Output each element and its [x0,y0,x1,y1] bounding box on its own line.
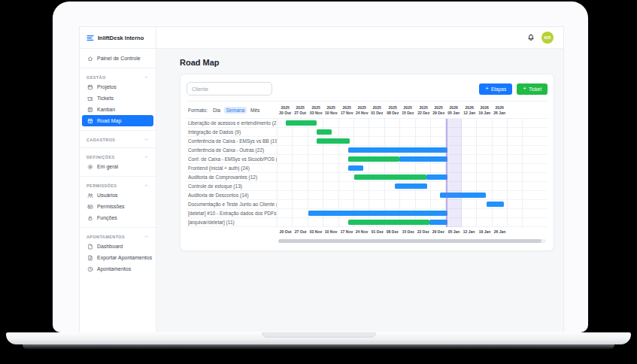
timeline-column-header: 202524 Nov [354,102,369,118]
task-name[interactable]: Frontend (inicial + auth) (24) [187,164,277,172]
format-options: DiaSemanaMês [211,107,262,114]
column-date: 19 Jan [478,111,492,115]
task-name[interactable]: [deletar] #10 - Extração dados dos PDFs … [187,209,277,217]
sidebar-section-title: GESTÃO [86,75,106,80]
sidebar-item-em-geral[interactable]: Em geral [82,161,153,172]
task-name[interactable]: [arquivar/deletar] (11) [187,218,277,226]
laptop-screen: InliftDesk Interno KR Painel de Controle… [53,2,588,332]
sidebar-section-gestão[interactable]: GESTÃO [80,72,156,81]
lock-icon [87,215,93,221]
task-name[interactable]: Integração de Dados (9) [187,128,277,136]
add-etapas-button[interactable]: +Etapas [479,83,512,95]
format-option-dia[interactable]: Dia [211,107,223,114]
column-date: 03 Nov [309,111,323,115]
topbar-right: KR [527,32,563,44]
timeline-column-header: 202612 Jan [462,102,477,118]
task-name[interactable]: Conferência de Caixa - Outras (22) [187,146,277,154]
gantt-task-row: [arquivar/deletar] (11) [187,218,548,227]
column-date: 20 Out [278,111,293,115]
gantt-bar-blue[interactable] [348,147,448,153]
sidebar-item-permiss-es[interactable]: Permissões [82,201,153,212]
task-name[interactable]: Documentação e Teste Junto ao Cliente (2… [187,200,277,208]
gantt-bar-blue[interactable] [487,202,503,207]
gantt-task-row: Controle de estoque (13) [187,182,548,191]
sidebar-section-title: PERMISSÕES [86,184,117,188]
sidebar-item-dashboard[interactable]: Dashboard [82,241,153,252]
gantt-bar-green[interactable] [348,156,399,162]
task-name[interactable]: Auditoria de Comprovantes (12) [187,173,277,181]
avatar[interactable]: KR [541,32,554,44]
column-date: 15 Dez [401,111,415,115]
gear-icon [87,164,93,170]
sidebar-item-label: Funções [97,215,117,220]
sidebar-section-definições[interactable]: DEFINIÇÕES [80,152,156,161]
sidebar-item-fun-es[interactable]: Funções [82,212,153,223]
bell-icon[interactable] [527,34,535,41]
timeline-column-header: 202517 Nov [339,102,354,118]
sidebar-item-projetos[interactable]: Projetos [82,81,153,93]
column-date: 24 Nov [355,111,369,115]
sidebar-divider [80,147,156,148]
task-name[interactable]: Conferência de Caixa - EMSys vs BB (19) [187,137,277,145]
scrollbar-thumb[interactable] [278,239,541,243]
gantt-bar-green[interactable] [354,174,426,180]
menu-icon[interactable] [86,35,94,41]
gantt-bar-green[interactable] [317,138,350,144]
task-timeline [277,146,548,154]
timeline-bottom-label: 29 Dez [431,229,446,234]
timeline-bottom-label: 19 Jan [477,229,492,234]
task-name[interactable]: Auditoria de Descontos (14) [187,191,277,199]
sidebar-item-usu-rios[interactable]: Usuários [82,190,153,201]
gantt-bar-green[interactable] [286,120,317,126]
add-ticket-button[interactable]: +Ticket [517,83,548,95]
sidebar-section-permissões[interactable]: PERMISSÕES [80,180,156,190]
gantt-bar-blue[interactable] [308,211,448,216]
gantt-bar-blue[interactable] [440,193,486,198]
task-name[interactable]: Conf. de Caixa - EMSys vs Sicoob/POS (20… [187,155,277,163]
gantt-bar-blue[interactable] [429,220,447,225]
sidebar-item-painel-de-controle[interactable]: Painel de Controle [82,53,153,64]
sidebar-item-label: Em geral [97,164,118,169]
brand-title: InliftDesk Interno [98,35,144,41]
sidebar-item-tickets[interactable]: Tickets [82,93,153,104]
task-timeline [277,119,548,127]
brand-area: InliftDesk Interno [80,27,156,48]
sidebar-section-apontamentos[interactable]: APONTAMENTOS [80,232,156,241]
task-name[interactable]: Controle de estoque (13) [187,182,277,190]
sidebar-section-title: APONTAMENTOS [86,235,125,239]
task-timeline [277,164,548,172]
chevron-down-icon [144,137,149,142]
format-switcher: Formato: DiaSemanaMês [187,102,277,118]
gantt-bar-green[interactable] [348,220,429,225]
task-timeline [277,155,548,163]
gantt-bar-blue[interactable] [348,165,363,171]
sidebar-section-title: CADASTROS [86,138,115,142]
sidebar-divider [80,176,156,177]
gantt-bar-blue[interactable] [399,156,447,162]
gantt-bar-blue[interactable] [395,184,427,189]
sidebar-item-road-map[interactable]: Road Map [82,115,153,126]
sidebar-item-label: Usuários [97,193,118,198]
sidebar-section-cadastros[interactable]: CADASTROS [80,135,156,144]
column-date: 12 Jan [463,229,475,234]
format-option-mês[interactable]: Mês [248,107,262,114]
laptop-mockup: InliftDesk Interno KR Painel de Controle… [0,0,637,364]
task-timeline [277,209,548,217]
home-icon [87,56,93,62]
gantt-task-row: Integração de Dados (9) [187,128,548,137]
gantt-bar-blue[interactable] [426,174,448,180]
sidebar-item-exportar-apontamentos[interactable]: Exportar Apontamentos [82,252,153,263]
sidebar-item-apontamentos[interactable]: Apontamentos [82,263,153,275]
column-year: 2025 [339,105,353,110]
timeline-column-header: 202503 Nov [308,102,323,118]
format-option-semana[interactable]: Semana [224,107,247,114]
horizontal-scrollbar[interactable] [278,239,546,243]
gantt-task-row: [deletar] #10 - Extração dados dos PDFs … [187,209,548,218]
gantt-task-row: Auditoria de Descontos (14) [187,191,548,200]
column-date: 20 Out [279,229,291,234]
sidebar-item-kanban[interactable]: Kanban [82,104,153,115]
chevron-up-icon [144,154,149,159]
task-name[interactable]: Liberação de acessos e entendimento (21) [187,119,277,127]
gantt-bar-green[interactable] [317,129,332,135]
client-filter-input[interactable] [187,82,272,96]
